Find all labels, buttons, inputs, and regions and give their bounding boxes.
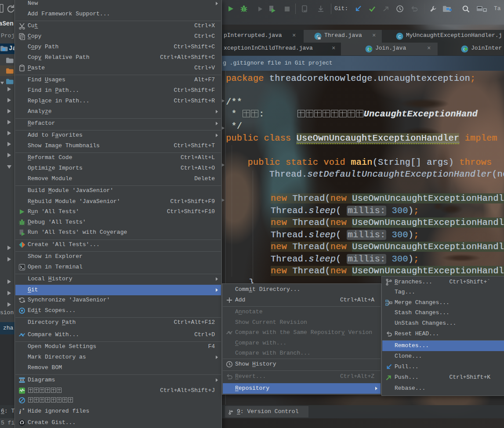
svg-text:*: * bbox=[22, 408, 25, 413]
svg-text:C: C bbox=[398, 34, 401, 40]
